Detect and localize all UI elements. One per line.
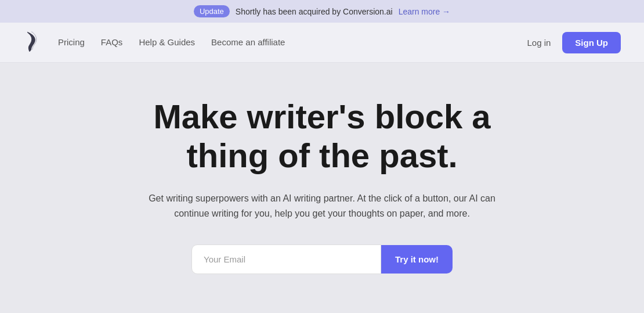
learn-more-link[interactable]: Learn more → (399, 7, 450, 16)
email-form: Try it now! (191, 244, 453, 274)
hero-title: Make writer's block a thing of the past. (119, 98, 525, 175)
navbar: Pricing FAQs Help & Guides Become an aff… (0, 23, 644, 63)
logo-link[interactable] (23, 31, 39, 54)
email-input[interactable] (191, 244, 381, 274)
nav-help-guides[interactable]: Help & Guides (139, 37, 195, 47)
nav-faqs[interactable]: FAQs (101, 37, 123, 47)
nav-right: Log in Sign Up (527, 32, 621, 53)
hero-section: Make writer's block a thing of the past.… (0, 63, 644, 303)
nav-pricing[interactable]: Pricing (58, 37, 85, 47)
announcement-bar: Update Shortly has been acquired by Conv… (0, 0, 644, 23)
update-badge: Update (194, 5, 230, 17)
hero-subtitle: Get writing superpowers with an AI writi… (142, 191, 502, 221)
logo-icon (23, 31, 39, 52)
login-link[interactable]: Log in (527, 38, 551, 48)
nav-affiliate[interactable]: Become an affiliate (211, 37, 285, 47)
nav-left: Pricing FAQs Help & Guides Become an aff… (23, 31, 285, 54)
nav-links: Pricing FAQs Help & Guides Become an aff… (58, 37, 285, 48)
try-now-button[interactable]: Try it now! (381, 245, 453, 274)
announcement-text: Shortly has been acquired by Conversion.… (236, 7, 393, 16)
signup-button[interactable]: Sign Up (562, 32, 621, 53)
